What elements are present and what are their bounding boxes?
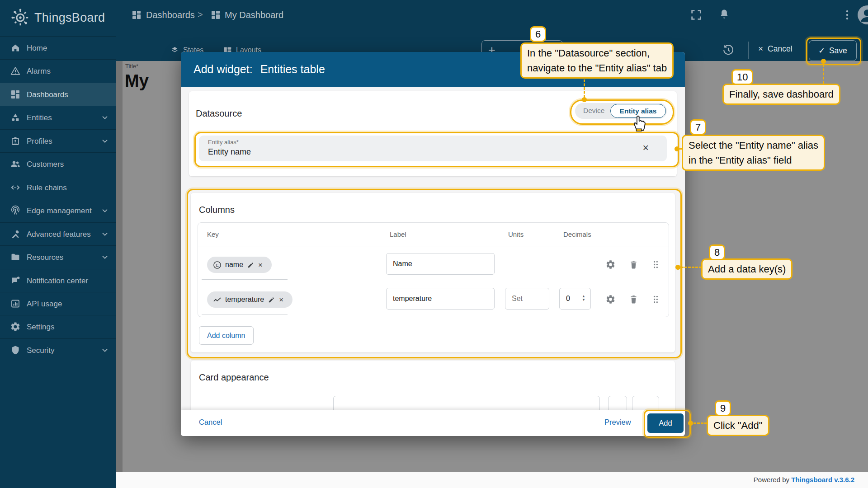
rule-chains-icon xyxy=(10,182,21,193)
avatar[interactable] xyxy=(858,5,868,24)
delete-column-icon[interactable] xyxy=(628,294,639,305)
datasource-card: Datasource Device Entity alias Entity al… xyxy=(189,91,677,176)
entity-field-icon: E xyxy=(213,261,222,269)
sidebar-item-entities[interactable]: Entities xyxy=(0,106,116,129)
annotation-box-9: Click "Add" xyxy=(707,415,769,436)
column-settings-icon[interactable] xyxy=(605,259,616,270)
sidebar-item-label: Notification center xyxy=(27,277,88,286)
dialog-title-prefix: Add widget: xyxy=(193,63,253,75)
sidebar-item-label: Dashboards xyxy=(27,90,68,99)
toggle-device[interactable]: Device xyxy=(583,107,604,115)
edit-key-icon[interactable] xyxy=(247,261,255,269)
breadcrumb-dashboards[interactable]: Dashboards xyxy=(146,10,195,20)
dashboard-title-field-label: Title* xyxy=(125,63,138,70)
sidebar-item-rule-chains[interactable]: Rule chains xyxy=(0,176,116,199)
data-key-chip[interactable]: Ename× xyxy=(207,257,272,273)
sidebar-item-notification-center[interactable]: Notification center xyxy=(0,269,116,292)
timeseries-icon xyxy=(213,296,222,304)
remove-key-icon[interactable]: × xyxy=(279,296,287,304)
entity-alias-field-value: Entity name xyxy=(208,147,251,157)
profiles-icon xyxy=(10,136,21,146)
sidebar-item-customers[interactable]: Customers xyxy=(0,152,116,176)
columns-rows: Ename×temperature×▲▼ xyxy=(198,247,669,317)
sidebar-item-label: Advanced features xyxy=(27,230,91,239)
entity-alias-field[interactable]: Entity alias* Entity name × xyxy=(199,136,667,161)
sidebar-item-api-usage[interactable]: API usage xyxy=(0,292,116,315)
data-key-name: name xyxy=(225,261,243,269)
sidebar-item-label: Settings xyxy=(27,323,54,332)
cancel-label: Cancel xyxy=(768,44,792,53)
annotation-text: In the "Datasource" section, xyxy=(527,46,667,61)
breadcrumb-separator: > xyxy=(198,9,203,20)
add-column-button[interactable]: Add column xyxy=(199,326,254,345)
column-settings-icon[interactable] xyxy=(605,294,616,305)
thingsboard-app: Title* My Powered by Thingsboard v.3.6.2… xyxy=(0,0,868,488)
fullscreen-icon[interactable] xyxy=(690,9,703,21)
edit-key-icon[interactable] xyxy=(268,296,275,304)
chevron-down-icon xyxy=(100,136,110,146)
delete-column-icon[interactable] xyxy=(628,259,639,270)
decimals-stepper[interactable]: ▲▼ xyxy=(581,295,586,302)
key-field-underline xyxy=(202,314,288,314)
key-field-underline xyxy=(202,279,288,280)
connector-dot xyxy=(675,265,680,270)
annotation-badge-7: 7 xyxy=(690,119,706,135)
sidebar-item-home[interactable]: Home xyxy=(0,36,116,60)
annotation-text: Add a data key(s) xyxy=(708,262,786,277)
cancel-dashboard-button[interactable]: ×Cancel xyxy=(758,44,793,54)
clear-icon[interactable]: × xyxy=(643,142,649,154)
drag-handle-icon[interactable] xyxy=(651,259,661,270)
connector-dot xyxy=(688,421,693,426)
notifications-bell-icon[interactable] xyxy=(718,8,731,21)
kebab-menu-icon[interactable] xyxy=(842,9,853,21)
data-key-chip[interactable]: temperature× xyxy=(207,291,292,308)
column-row-name: Ename× xyxy=(198,247,669,282)
columns-heading: Columns xyxy=(199,205,235,215)
annotation-box-6: In the "Datasource" section, navigate to… xyxy=(520,42,674,79)
sidebar-item-settings[interactable]: Settings xyxy=(0,315,116,338)
edge-icon xyxy=(10,205,21,216)
breadcrumb-my-dashboard[interactable]: My Dashboard xyxy=(225,10,283,20)
remove-key-icon[interactable]: × xyxy=(258,261,266,269)
sidebar-item-alarms[interactable]: Alarms xyxy=(0,59,116,83)
dialog-cancel-button[interactable]: Cancel xyxy=(199,418,222,427)
svg-text:E: E xyxy=(216,262,219,267)
drag-handle-icon[interactable] xyxy=(651,294,661,305)
annotation-badge-8: 8 xyxy=(709,244,725,260)
column-header-decimals: Decimals xyxy=(563,230,591,238)
sidebar-item-label: Entities xyxy=(27,113,52,122)
dialog-add-button[interactable]: Add xyxy=(647,413,684,433)
resources-icon xyxy=(10,252,21,263)
version-link[interactable]: Thingsboard v.3.6.2 xyxy=(791,476,854,483)
sidebar-item-dashboards[interactable]: Dashboards xyxy=(0,83,116,106)
sidebar-item-profiles[interactable]: Profiles xyxy=(0,129,116,153)
label-input[interactable] xyxy=(386,253,495,275)
card-appearance-card: Card appearance xyxy=(191,361,675,415)
sidebar-item-label: API usage xyxy=(27,300,62,309)
chevron-down-icon xyxy=(100,345,110,355)
sidebar-item-label: Profiles xyxy=(27,137,52,146)
connector-dot xyxy=(675,146,679,151)
column-row-temperature: temperature×▲▼ xyxy=(198,282,669,317)
dialog-title-widget: Entities table xyxy=(260,63,325,75)
pointer-cursor-icon xyxy=(631,113,646,132)
column-header-units: Units xyxy=(508,230,524,238)
connector-dot xyxy=(821,59,826,64)
sidebar-item-resources[interactable]: Resources xyxy=(0,245,116,269)
dialog-title: Add widget:Entities table xyxy=(193,63,325,76)
sidebar-item-label: Customers xyxy=(27,160,64,169)
history-icon[interactable] xyxy=(722,44,735,56)
sidebar-item-security[interactable]: Security xyxy=(0,338,116,362)
label-input[interactable] xyxy=(386,288,495,310)
dialog-preview-button[interactable]: Preview xyxy=(604,418,631,427)
save-dashboard-button[interactable]: ✓Save xyxy=(809,40,857,61)
advanced-icon xyxy=(10,229,21,239)
datasource-heading: Datasource xyxy=(196,108,242,119)
columns-table-header: Key Label Units Decimals xyxy=(198,223,669,247)
units-input[interactable] xyxy=(505,288,549,310)
topbar: Dashboards > My Dashboard John Doe Tenan… xyxy=(116,0,868,30)
sidebar-item-advanced-features[interactable]: Advanced features xyxy=(0,222,116,246)
logo[interactable]: ThingsBoard xyxy=(0,0,116,36)
connector-line xyxy=(693,422,707,424)
sidebar-item-edge-management[interactable]: Edge management xyxy=(0,199,116,222)
